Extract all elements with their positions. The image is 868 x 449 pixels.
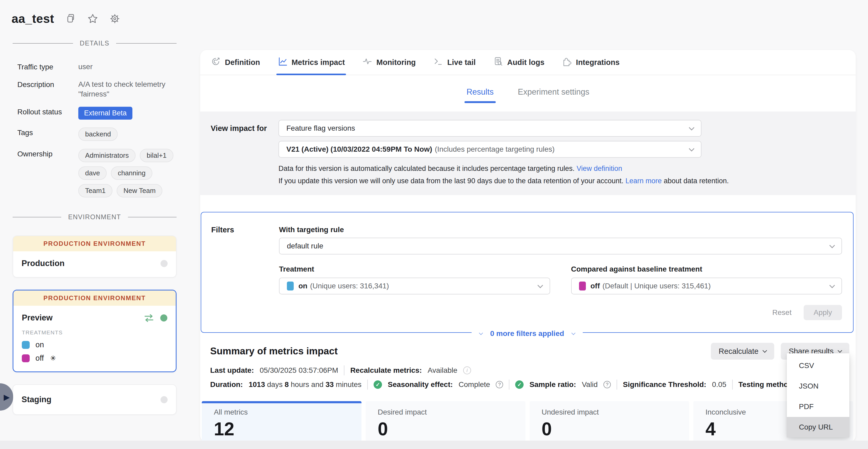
treatment-select-users: (Unique users: 316,341)	[310, 282, 389, 290]
main-card: Definition Metrics impact Monitoring	[200, 50, 856, 442]
description-label: Description	[17, 80, 78, 89]
star-icon[interactable]	[87, 13, 98, 24]
share-menu-item-pdf[interactable]: PDF	[787, 396, 849, 417]
recalculate-button[interactable]: Recalculate	[711, 343, 774, 360]
more-filters-label: 0 more filters applied	[490, 329, 564, 338]
share-menu-item-copy-url[interactable]: Copy URL	[787, 417, 849, 438]
env-name-preview: Preview	[22, 313, 53, 323]
env-card-preview[interactable]: PRODUCTION ENVIRONMENT Preview T	[12, 290, 177, 372]
reset-button[interactable]: Reset	[772, 308, 792, 317]
help-icon[interactable]: ?	[496, 381, 503, 388]
last-update-label: Last update:	[210, 366, 254, 375]
version-value-note: (Includes percentage targeting rules)	[435, 145, 555, 153]
recalc-metrics-label: Recalculate metrics:	[350, 366, 422, 375]
share-menu-item-csv[interactable]: CSV	[787, 355, 849, 376]
last-update-value: 05/30/2025 03:57:06PM	[259, 366, 338, 375]
check-icon: ✓	[374, 380, 382, 389]
tab-label: Integrations	[576, 58, 619, 67]
learn-more-link[interactable]: Learn more	[625, 177, 662, 185]
share-menu-item-json[interactable]: JSON	[787, 376, 849, 396]
rollout-status-label: Rollout status	[17, 107, 78, 116]
env-card-staging[interactable]: Staging	[12, 384, 177, 415]
check-icon: ✓	[515, 380, 524, 389]
version-select[interactable]: V21 (Active) (10/03/2022 04:59PM To Now)…	[278, 141, 702, 158]
tab-integrations[interactable]: Integrations	[562, 50, 619, 74]
swap-arrows-icon	[143, 313, 155, 322]
sample-ratio-value: Valid	[582, 380, 598, 389]
metric-card-label: Desired impact	[378, 408, 525, 416]
owner-pill: channing	[111, 167, 152, 180]
significance-label: Significance Threshold:	[623, 380, 706, 389]
targeting-rule-select[interactable]: default rule	[279, 238, 842, 255]
treatment-off-name: off	[35, 354, 44, 362]
treatment-select[interactable]: on (Unique users: 316,341)	[279, 278, 550, 294]
view-definition-link[interactable]: View definition	[577, 164, 622, 173]
status-dot-gray	[160, 396, 167, 403]
treatment-on-swatch	[287, 281, 294, 291]
chevron-down-icon	[829, 282, 835, 288]
chevron-down-icon	[763, 348, 767, 353]
sidebar: DETAILS Traffic type user Description A/…	[0, 39, 189, 427]
metric-card-all-metrics[interactable]: All metrics 12	[202, 401, 362, 447]
bottom-scroll-band	[0, 441, 868, 449]
metric-card-undesired-impact[interactable]: Undesired impact 0	[530, 401, 689, 447]
flag-header: aa_test	[11, 11, 120, 26]
apply-button[interactable]: Apply	[804, 305, 842, 320]
tab-label: Live tail	[447, 58, 476, 67]
tab-audit-logs[interactable]: Audit logs	[493, 50, 545, 74]
owner-pill: Team1	[78, 184, 113, 198]
result-subtabs: Results Experiment settings	[200, 87, 856, 101]
recalc-metrics-value: Available	[428, 366, 457, 375]
chevron-down-icon	[689, 146, 694, 151]
status-dot-green	[160, 315, 167, 322]
impact-type-value: Feature flag versions	[286, 124, 355, 132]
definition-icon	[211, 57, 221, 68]
traffic-type-value: user	[78, 62, 177, 71]
audit-logs-icon	[493, 57, 503, 68]
more-filters-toggle[interactable]: 0 more filters applied	[471, 329, 583, 338]
baseline-label: Compared against baseline treatment	[571, 265, 842, 273]
details-grid: Traffic type user Description A/A test t…	[17, 62, 177, 198]
rollout-status-badge: External Beta	[78, 107, 132, 120]
tag-pill: backend	[78, 127, 118, 141]
treatment-row-off: off ✳	[22, 354, 167, 362]
tab-label: Definition	[225, 58, 260, 67]
impact-type-select[interactable]: Feature flag versions	[278, 120, 702, 137]
metric-card-desired-impact[interactable]: Desired impact 0	[366, 401, 525, 447]
summary-section: Summary of metrics impact Recalculate Sh…	[200, 343, 856, 390]
filters-panel: Filters With targeting rule default rule…	[201, 212, 854, 333]
tab-monitoring[interactable]: Monitoring	[362, 50, 416, 74]
tab-label: Audit logs	[507, 58, 545, 67]
subtab-results[interactable]: Results	[467, 87, 494, 101]
version-note-2: If you update this version we will only …	[278, 177, 845, 185]
ownership-label: Ownership	[17, 149, 78, 158]
tab-metrics-impact[interactable]: Metrics impact	[277, 50, 345, 74]
environment-section-label: ENVIRONMENT	[68, 213, 121, 221]
owner-pill: Administrators	[78, 149, 135, 162]
chevron-down-icon	[689, 125, 694, 130]
baseline-select[interactable]: off (Default | Unique users: 315,461)	[571, 278, 842, 294]
subtab-experiment-settings[interactable]: Experiment settings	[518, 87, 589, 101]
status-dot-gray	[160, 260, 167, 267]
treatment-label: Treatment	[279, 265, 550, 273]
targeting-rule-value: default rule	[287, 242, 323, 250]
significance-value: 0.05	[712, 380, 726, 389]
sample-ratio-label: Sample ratio:	[529, 380, 576, 389]
duration-value: 1013 days 8 hours and 33 minutes	[249, 380, 362, 389]
tab-definition[interactable]: Definition	[211, 50, 260, 74]
description-value: A/A test to check telemetry "fairness"	[78, 80, 177, 99]
chevron-down-icon	[829, 243, 835, 248]
gear-icon[interactable]	[109, 13, 120, 24]
tab-live-tail[interactable]: Live tail	[433, 50, 476, 74]
help-icon[interactable]: ?	[603, 381, 611, 388]
env-card-production[interactable]: PRODUCTION ENVIRONMENT Production	[12, 236, 177, 278]
metric-card-value: 0	[378, 419, 525, 440]
copy-icon[interactable]	[65, 13, 76, 24]
share-results-menu: CSV JSON PDF Copy URL	[787, 353, 849, 438]
divider	[344, 365, 344, 376]
treatment-on-swatch	[22, 341, 30, 349]
targeting-rule-label: With targeting rule	[279, 226, 842, 234]
owner-pill: bilal+1	[140, 149, 174, 162]
duration-label: Duration:	[210, 380, 243, 389]
page-title: aa_test	[11, 11, 54, 26]
